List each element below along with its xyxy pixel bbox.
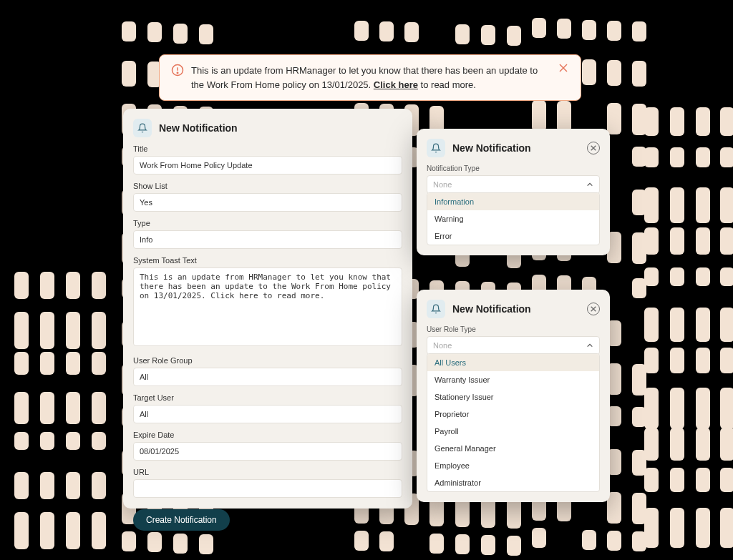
type-input[interactable] [133,230,402,249]
form-header: New Notification [133,119,402,137]
popup-type-title: New Notification [452,142,531,154]
expire-date-input[interactable] [133,442,402,461]
popup-type-header: New Notification [427,139,600,157]
select-placeholder: None [433,180,452,189]
target-user-input[interactable] [133,405,402,423]
dropdown-option[interactable]: Stationery Issuer [427,388,599,406]
popup-role-title: New Notification [452,303,531,315]
label-user-role-group: User Role Group [133,356,402,365]
bell-icon [427,300,445,318]
dropdown-option[interactable]: All Users [427,354,599,371]
label-show-list: Show List [133,182,402,190]
dropdown-option[interactable]: Error [427,227,599,245]
toast-message: This is an update from HRManager to let … [191,64,552,92]
dropdown-option[interactable]: Administrator [427,474,599,491]
user-role-type-select[interactable]: None [427,336,600,355]
notification-type-select[interactable]: None [427,175,600,194]
dropdown-option[interactable]: Payroll [427,423,599,440]
dropdown-option[interactable]: Proprietor [427,406,599,423]
chevron-up-icon [586,342,593,349]
label-target-user: Target User [133,393,402,402]
notification-type-popup: New Notification Notification Type None … [417,129,610,255]
toast-link[interactable]: Click here [374,79,418,90]
close-icon[interactable] [587,303,600,315]
user-role-type-popup: New Notification User Role Type None All… [417,290,610,502]
bell-icon [427,139,445,157]
dropdown-option[interactable]: Warranty Issuer [427,371,599,388]
dropdown-option[interactable]: Employee [427,457,599,474]
dropdown-option[interactable]: Warning [427,210,599,227]
svg-point-2 [177,72,178,74]
label-title: Title [133,144,402,153]
popup-role-header: New Notification [427,300,600,318]
label-type: Type [133,219,402,227]
alert-icon [171,64,184,77]
toast-text-before: This is an update from HRManager to let … [191,65,538,90]
select-placeholder: None [433,341,452,350]
label-notification-type: Notification Type [427,164,600,172]
create-notification-button[interactable]: Create Notification [133,509,230,531]
user-role-group-input[interactable] [133,368,402,386]
dropdown-option[interactable]: Information [427,193,599,210]
notification-toast: This is an update from HRManager to let … [159,54,581,101]
chevron-up-icon [586,181,593,188]
show-list-input[interactable] [133,193,402,212]
bell-icon [133,119,152,137]
label-expire-date: Expire Date [133,431,402,439]
close-icon[interactable] [587,142,600,154]
form-title: New Notification [159,122,238,134]
notification-type-options: InformationWarningError [427,192,600,245]
label-user-role-type: User Role Type [427,325,600,333]
toast-text-input[interactable] [133,267,402,346]
new-notification-form: New Notification Title Show List Type Sy… [123,109,412,509]
label-url: URL [133,468,402,476]
label-toast-text: System Toast Text [133,256,402,265]
dropdown-option[interactable]: General Manager [427,440,599,457]
title-input[interactable] [133,156,402,175]
url-input[interactable] [133,479,402,498]
close-icon[interactable] [559,64,569,72]
toast-text-after: to read more. [418,79,476,90]
user-role-type-options: All UsersWarranty IssuerStationery Issue… [427,353,600,492]
